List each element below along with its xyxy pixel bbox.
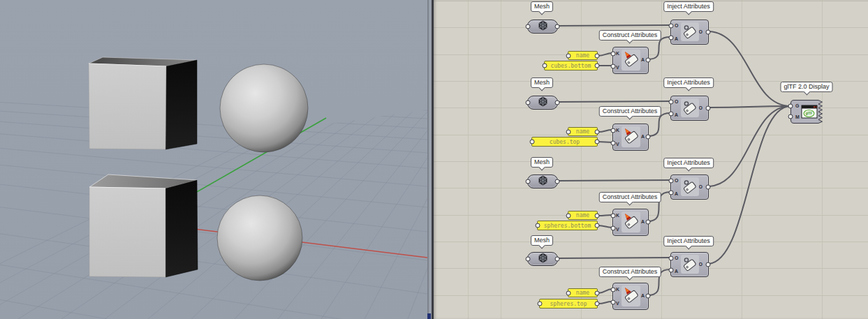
rhino-viewport[interactable]	[0, 0, 427, 319]
wire[interactable]	[707, 106, 790, 186]
tag-with-red-arrow-icon	[621, 50, 640, 71]
panel-output-port[interactable]	[595, 302, 600, 306]
mesh-input-port[interactable]	[526, 101, 531, 105]
panel-output-port[interactable]	[595, 53, 600, 58]
panel-output-port[interactable]	[595, 223, 600, 228]
panel-input-port[interactable]	[543, 64, 547, 68]
object-out-port[interactable]	[706, 185, 711, 190]
cube-bottom[interactable]	[89, 175, 198, 277]
panel-output-port[interactable]	[595, 213, 600, 218]
key-port[interactable]	[611, 214, 616, 218]
inject-attributes-node[interactable]: O A O	[670, 96, 709, 121]
construct-attributes-node[interactable]: K V A	[612, 47, 649, 74]
tag-with-red-arrow-icon	[621, 212, 640, 232]
mesh-input-port[interactable]	[526, 24, 531, 29]
sphere-bottom[interactable]	[217, 195, 302, 281]
panel-input-port[interactable]	[536, 223, 540, 228]
mesh-output-port[interactable]	[555, 24, 560, 29]
value-panel[interactable]: cubes.bottom	[544, 61, 598, 71]
object-port[interactable]	[669, 100, 674, 105]
port-label-value: V	[616, 142, 619, 147]
mesh-output-port[interactable]	[555, 179, 560, 184]
object-port[interactable]	[669, 256, 674, 261]
attributes-port[interactable]	[669, 191, 674, 195]
value-port[interactable]	[611, 141, 616, 146]
panel-output-port[interactable]	[595, 290, 600, 295]
key-panel[interactable]: name	[568, 288, 598, 297]
wire[interactable]	[557, 101, 670, 102]
wire[interactable]	[557, 180, 670, 181]
inject-attributes-node[interactable]: O A O	[670, 175, 709, 200]
mesh-param-node[interactable]	[527, 175, 558, 188]
key-port[interactable]	[611, 128, 616, 133]
gltf-display-node[interactable]: glTF G M	[790, 100, 823, 124]
attributes-out-port[interactable]	[646, 294, 651, 299]
mesh-param-label: Mesh	[531, 77, 553, 88]
port-label-object: O	[675, 23, 678, 28]
value-panel[interactable]: spheres.top	[539, 299, 598, 309]
sphere-top[interactable]	[220, 64, 308, 152]
object-out-port[interactable]	[706, 30, 711, 35]
value-panel[interactable]: cubes.top	[531, 137, 598, 147]
panel-text: name	[576, 128, 589, 135]
mesh-output-port[interactable]	[555, 257, 560, 262]
value-port[interactable]	[611, 226, 616, 231]
mesh-param-node[interactable]	[527, 252, 558, 266]
wire[interactable]	[557, 258, 670, 258]
key-panel[interactable]: name	[568, 211, 598, 220]
value-port[interactable]	[611, 64, 616, 69]
port-label-attributes-out: A	[641, 293, 645, 298]
panel-input-port[interactable]	[538, 302, 543, 306]
grasshopper-canvas[interactable]: Mesh Construct Attributes name cubes.bot…	[434, 0, 868, 319]
geometry-port[interactable]	[788, 104, 793, 109]
construct-attributes-node[interactable]: K V A	[612, 209, 649, 236]
object-out-port[interactable]	[706, 262, 711, 267]
panel-input-port[interactable]	[566, 213, 571, 218]
key-port[interactable]	[611, 52, 616, 57]
port-label-object-out: O	[699, 262, 703, 267]
value-panel[interactable]: spheres.bottom	[537, 221, 598, 230]
wire[interactable]	[707, 106, 790, 107]
panel-output-port[interactable]	[595, 140, 600, 144]
key-port[interactable]	[611, 288, 616, 292]
panel-input-port[interactable]	[530, 140, 535, 144]
inject-attributes-node[interactable]: O A O	[670, 20, 709, 45]
attributes-port[interactable]	[669, 36, 674, 40]
panel-text: spheres.bottom	[544, 223, 591, 229]
gltf-icon-text: glTF	[806, 112, 813, 115]
inject-attributes-label: Inject Attributes	[663, 1, 714, 12]
panel-input-port[interactable]	[566, 290, 571, 295]
value-port[interactable]	[611, 300, 616, 305]
wire[interactable]	[707, 31, 790, 106]
object-port[interactable]	[669, 24, 674, 29]
wire[interactable]	[707, 106, 790, 264]
mesh-param-node[interactable]	[527, 20, 558, 34]
construct-attributes-node[interactable]: K V A	[612, 124, 649, 151]
object-out-port[interactable]	[706, 106, 711, 111]
attributes-out-port[interactable]	[646, 220, 651, 225]
panel-output-port[interactable]	[595, 129, 600, 134]
hexagon-mesh-icon	[538, 253, 548, 266]
mesh-input-port[interactable]	[526, 257, 531, 262]
construct-attributes-node[interactable]: K V A	[612, 283, 649, 310]
attributes-out-port[interactable]	[646, 135, 651, 140]
mesh-output-port[interactable]	[555, 101, 560, 105]
port-label-object-out: O	[699, 184, 703, 189]
cube-top[interactable]	[89, 57, 197, 149]
object-port[interactable]	[669, 179, 674, 184]
attributes-out-port[interactable]	[646, 58, 651, 63]
attributes-port[interactable]	[669, 268, 674, 273]
mesh-input-port[interactable]	[526, 179, 531, 184]
screenshot-root: Mesh Construct Attributes name cubes.bot…	[0, 0, 868, 319]
inject-attributes-node[interactable]: O A O	[670, 252, 709, 277]
wire[interactable]	[557, 25, 670, 26]
material-port[interactable]	[788, 114, 793, 119]
panel-input-port[interactable]	[566, 53, 571, 58]
panel-input-port[interactable]	[566, 129, 571, 134]
key-panel[interactable]: name	[568, 51, 598, 60]
panel-output-port[interactable]	[595, 64, 600, 68]
mesh-param-node[interactable]	[527, 96, 558, 110]
key-panel[interactable]: name	[568, 127, 598, 136]
port-label-key: K	[616, 287, 619, 292]
attributes-port[interactable]	[669, 112, 674, 117]
